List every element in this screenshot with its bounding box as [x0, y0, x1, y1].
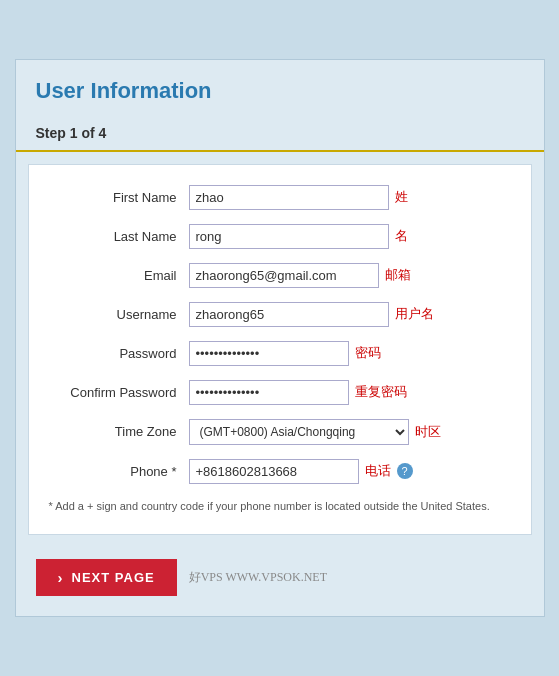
confirm-password-input[interactable]: [189, 380, 349, 405]
password-annotation: 密码: [355, 344, 381, 362]
timezone-select[interactable]: (GMT+0800) Asia/Chongqing: [189, 419, 409, 445]
footnote: * Add a + sign and country code if your …: [49, 498, 511, 515]
form-container: First Name 姓 Last Name 名 Email 邮箱 Userna…: [28, 164, 532, 536]
next-page-button[interactable]: › NEXT PAGE: [36, 559, 177, 596]
phone-row: Phone * 电话 ?: [49, 459, 511, 484]
last-name-row: Last Name 名: [49, 224, 511, 249]
phone-annotation: 电话: [365, 462, 391, 480]
timezone-row: Time Zone (GMT+0800) Asia/Chongqing 时区: [49, 419, 511, 445]
email-annotation: 邮箱: [385, 266, 411, 284]
step-bar: Step 1 of 4: [16, 116, 544, 152]
username-input[interactable]: [189, 302, 389, 327]
password-label: Password: [49, 346, 189, 361]
phone-input-group: 电话 ?: [189, 459, 413, 484]
last-name-label: Last Name: [49, 229, 189, 244]
first-name-label: First Name: [49, 190, 189, 205]
last-name-input[interactable]: [189, 224, 389, 249]
next-button-label: NEXT PAGE: [72, 570, 155, 585]
password-input[interactable]: [189, 341, 349, 366]
title-bar: User Information: [16, 60, 544, 116]
email-input[interactable]: [189, 263, 379, 288]
next-arrow-icon: ›: [58, 569, 64, 586]
confirm-password-label: Confirm Password: [49, 385, 189, 400]
timezone-annotation: 时区: [415, 423, 441, 441]
outer-container: User Information Step 1 of 4 First Name …: [15, 59, 545, 618]
first-name-input[interactable]: [189, 185, 389, 210]
username-row: Username 用户名: [49, 302, 511, 327]
confirm-password-annotation: 重复密码: [355, 383, 407, 401]
page-title: User Information: [36, 78, 212, 103]
phone-info-icon[interactable]: ?: [397, 463, 413, 479]
first-name-row: First Name 姓: [49, 185, 511, 210]
first-name-annotation: 姓: [395, 188, 408, 206]
timezone-label: Time Zone: [49, 424, 189, 439]
email-row: Email 邮箱: [49, 263, 511, 288]
username-annotation: 用户名: [395, 305, 434, 323]
username-label: Username: [49, 307, 189, 322]
step-label: Step 1 of 4: [36, 125, 107, 141]
phone-input[interactable]: [189, 459, 359, 484]
password-row: Password 密码: [49, 341, 511, 366]
confirm-password-row: Confirm Password 重复密码: [49, 380, 511, 405]
last-name-annotation: 名: [395, 227, 408, 245]
bottom-bar: › NEXT PAGE 好VPS WWW.VPSOK.NET: [16, 547, 544, 596]
email-label: Email: [49, 268, 189, 283]
phone-label: Phone *: [49, 464, 189, 479]
watermark-text: 好VPS WWW.VPSOK.NET: [189, 569, 327, 586]
